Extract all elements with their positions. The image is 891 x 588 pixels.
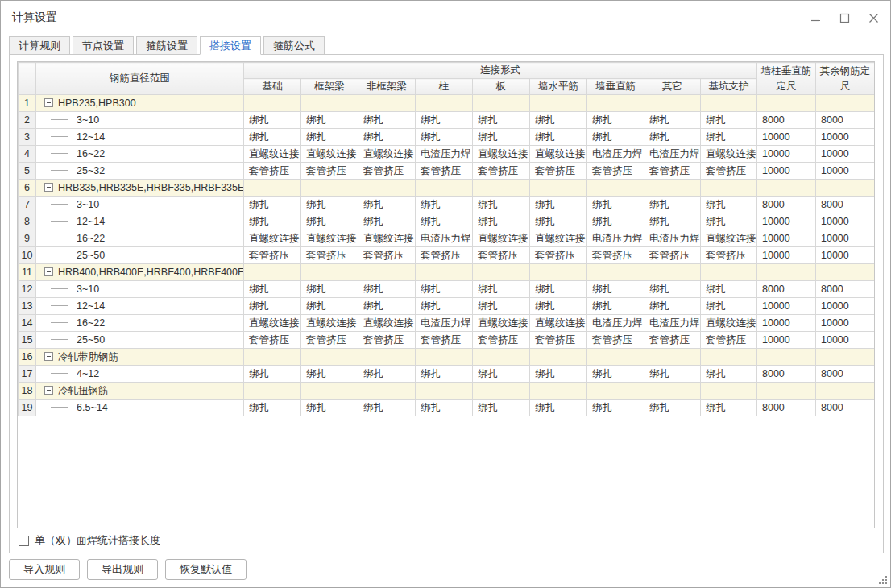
connection-cell-wall-horizontal-bar[interactable]: 绑扎	[530, 112, 587, 129]
resize-grip-icon[interactable]	[877, 574, 887, 584]
single-double-weld-checkbox[interactable]	[19, 536, 29, 546]
connection-cell-column[interactable]: 电渣压力焊	[416, 146, 473, 163]
collapse-minus-icon[interactable]	[44, 352, 53, 361]
connection-cell-pit-support[interactable]: 直螺纹连接	[701, 230, 757, 247]
diameter-range-cell[interactable]: 3~10	[36, 112, 244, 129]
connection-cell-foundation[interactable]: 绑扎	[244, 281, 301, 298]
connection-cell-pit-support[interactable]: 绑扎	[701, 400, 757, 416]
connection-cell-wall-vertical-bar[interactable]: 绑扎	[587, 281, 644, 298]
diameter-range-cell[interactable]: 16~22	[36, 146, 244, 163]
connection-cell-wall-vertical-bar[interactable]: 套管挤压	[587, 247, 644, 264]
other-rebar-length-cell[interactable]: 10000	[816, 247, 875, 264]
connection-cell-other[interactable]: 电渣压力焊	[644, 315, 701, 332]
connection-cell-other[interactable]: 绑扎	[644, 281, 701, 298]
connection-cell-non-frame-beam[interactable]: 绑扎	[358, 298, 416, 315]
other-rebar-length-cell[interactable]: 8000	[816, 197, 875, 213]
diameter-range-cell[interactable]: 25~50	[36, 332, 244, 349]
connection-cell-non-frame-beam[interactable]: 绑扎	[358, 112, 416, 129]
diameter-range-cell[interactable]: 4~12	[36, 366, 244, 383]
wall-column-length-cell[interactable]: 10000	[757, 298, 816, 315]
connection-cell-pit-support[interactable]: 套管挤压	[701, 247, 757, 264]
connection-cell-other[interactable]: 套管挤压	[644, 332, 701, 349]
minimize-icon[interactable]	[810, 12, 821, 23]
connection-cell-non-frame-beam[interactable]: 直螺纹连接	[358, 315, 416, 332]
connection-cell-wall-horizontal-bar[interactable]: 直螺纹连接	[530, 230, 587, 247]
connection-cell-column[interactable]: 绑扎	[416, 129, 473, 146]
connection-cell-other[interactable]: 绑扎	[644, 197, 701, 213]
connection-cell-other[interactable]: 绑扎	[644, 129, 701, 146]
other-rebar-length-cell[interactable]: 8000	[816, 112, 875, 129]
collapse-minus-icon[interactable]	[44, 183, 53, 192]
diameter-range-cell[interactable]: 3~10	[36, 281, 244, 298]
diameter-range-cell[interactable]: 12~14	[36, 298, 244, 315]
connection-cell-foundation[interactable]: 套管挤压	[244, 247, 301, 264]
other-rebar-length-cell[interactable]: 10000	[816, 332, 875, 349]
connection-cell-pit-support[interactable]: 绑扎	[701, 366, 757, 383]
diameter-range-cell[interactable]: 16~22	[36, 315, 244, 332]
wall-column-length-cell[interactable]: 10000	[757, 230, 816, 247]
tab-stirrup-formula[interactable]: 箍筋公式	[263, 36, 325, 55]
connection-cell-non-frame-beam[interactable]: 直螺纹连接	[358, 230, 416, 247]
close-icon[interactable]	[868, 12, 879, 23]
other-rebar-length-cell[interactable]: 10000	[816, 298, 875, 315]
other-rebar-length-cell[interactable]: 10000	[816, 213, 875, 230]
connection-cell-frame-beam[interactable]: 绑扎	[301, 400, 358, 416]
connection-cell-wall-vertical-bar[interactable]: 电渣压力焊	[587, 315, 644, 332]
connection-cell-wall-horizontal-bar[interactable]: 套管挤压	[530, 332, 587, 349]
connection-cell-frame-beam[interactable]: 套管挤压	[301, 332, 358, 349]
wall-column-length-cell[interactable]: 8000	[757, 400, 816, 416]
connection-cell-foundation[interactable]: 直螺纹连接	[244, 146, 301, 163]
connection-cell-other[interactable]: 电渣压力焊	[644, 146, 701, 163]
wall-column-length-cell[interactable]: 10000	[757, 163, 816, 180]
connection-cell-frame-beam[interactable]: 绑扎	[301, 213, 358, 230]
connection-cell-wall-horizontal-bar[interactable]: 绑扎	[530, 213, 587, 230]
wall-column-length-cell[interactable]: 10000	[757, 332, 816, 349]
connection-cell-non-frame-beam[interactable]: 套管挤压	[358, 163, 416, 180]
connection-cell-foundation[interactable]: 绑扎	[244, 197, 301, 213]
other-rebar-length-cell[interactable]: 8000	[816, 366, 875, 383]
connection-cell-non-frame-beam[interactable]: 绑扎	[358, 366, 416, 383]
connection-cell-column[interactable]: 套管挤压	[416, 332, 473, 349]
connection-cell-slab[interactable]: 绑扎	[473, 400, 530, 416]
connection-cell-pit-support[interactable]: 直螺纹连接	[701, 315, 757, 332]
connection-cell-wall-horizontal-bar[interactable]: 套管挤压	[530, 247, 587, 264]
connection-cell-frame-beam[interactable]: 绑扎	[301, 129, 358, 146]
connection-cell-pit-support[interactable]: 绑扎	[701, 298, 757, 315]
connection-cell-foundation[interactable]: 直螺纹连接	[244, 315, 301, 332]
connection-cell-wall-horizontal-bar[interactable]: 绑扎	[530, 298, 587, 315]
wall-column-length-cell[interactable]: 10000	[757, 146, 816, 163]
connection-cell-slab[interactable]: 直螺纹连接	[473, 146, 530, 163]
connection-cell-wall-vertical-bar[interactable]: 绑扎	[587, 112, 644, 129]
connection-cell-pit-support[interactable]: 绑扎	[701, 281, 757, 298]
connection-cell-slab[interactable]: 绑扎	[473, 197, 530, 213]
other-rebar-length-cell[interactable]: 8000	[816, 400, 875, 416]
connection-cell-frame-beam[interactable]: 绑扎	[301, 366, 358, 383]
maximize-icon[interactable]	[839, 12, 850, 23]
connection-cell-slab[interactable]: 绑扎	[473, 298, 530, 315]
connection-cell-foundation[interactable]: 套管挤压	[244, 332, 301, 349]
connection-cell-frame-beam[interactable]: 绑扎	[301, 112, 358, 129]
diameter-range-cell[interactable]: 12~14	[36, 213, 244, 230]
connection-cell-column[interactable]: 电渣压力焊	[416, 230, 473, 247]
connection-cell-frame-beam[interactable]: 套管挤压	[301, 247, 358, 264]
wall-column-length-cell[interactable]: 8000	[757, 281, 816, 298]
wall-column-length-cell[interactable]: 8000	[757, 366, 816, 383]
connection-cell-wall-vertical-bar[interactable]: 套管挤压	[587, 163, 644, 180]
diameter-range-cell[interactable]: 25~50	[36, 247, 244, 264]
connection-cell-foundation[interactable]: 绑扎	[244, 298, 301, 315]
connection-cell-slab[interactable]: 直螺纹连接	[473, 230, 530, 247]
connection-cell-non-frame-beam[interactable]: 直螺纹连接	[358, 146, 416, 163]
wall-column-length-cell[interactable]: 8000	[757, 112, 816, 129]
connection-cell-other[interactable]: 绑扎	[644, 366, 701, 383]
other-rebar-length-cell[interactable]: 10000	[816, 146, 875, 163]
connection-cell-wall-horizontal-bar[interactable]: 直螺纹连接	[530, 146, 587, 163]
other-rebar-length-cell[interactable]: 10000	[816, 129, 875, 146]
wall-column-length-cell[interactable]: 10000	[757, 213, 816, 230]
connection-cell-pit-support[interactable]: 套管挤压	[701, 332, 757, 349]
connection-cell-non-frame-beam[interactable]: 绑扎	[358, 197, 416, 213]
diameter-range-cell[interactable]: 16~22	[36, 230, 244, 247]
connection-cell-slab[interactable]: 绑扎	[473, 112, 530, 129]
connection-cell-pit-support[interactable]: 绑扎	[701, 112, 757, 129]
connection-cell-slab[interactable]: 套管挤压	[473, 163, 530, 180]
other-rebar-length-cell[interactable]: 8000	[816, 281, 875, 298]
